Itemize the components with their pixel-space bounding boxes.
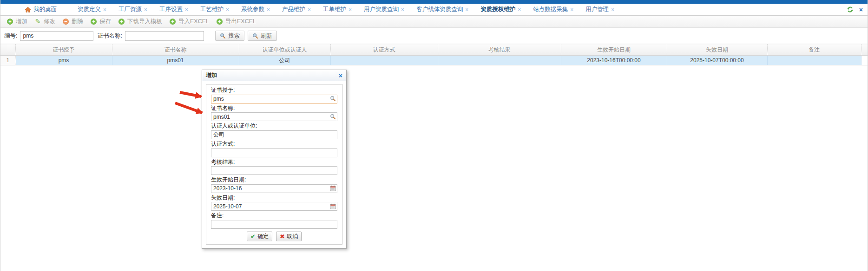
tab-product-maintenance[interactable]: 产品维护 × — [282, 6, 311, 13]
tab-label: 客户线体资质查询 — [416, 6, 463, 13]
tab-factory-resources[interactable]: 工厂资源 × — [118, 6, 147, 13]
col-remark[interactable]: 备注 — [767, 44, 861, 56]
add-button[interactable]: + 增加 — [7, 18, 27, 26]
button-label: 下载导入模板 — [127, 18, 162, 26]
cert-authority-input[interactable] — [211, 130, 337, 139]
search-button[interactable]: 搜索 — [215, 31, 244, 41]
row-number-header — [0, 44, 15, 56]
tab-qualification-authorization-maintenance[interactable]: 资质授权维护 × — [480, 6, 521, 13]
close-icon[interactable]: × — [859, 7, 863, 13]
tab-close-icon[interactable]: × — [226, 7, 229, 12]
button-label: 修改 — [44, 18, 55, 26]
export-excel-button[interactable]: + 导出EXCEL — [217, 18, 256, 26]
plus-circle-icon: + — [217, 19, 223, 25]
edit-button[interactable]: ✎ 修改 — [35, 18, 55, 26]
check-icon: ✔ — [250, 233, 256, 240]
tab-my-desktop[interactable]: 我的桌面 — [25, 6, 57, 13]
tab-close-icon[interactable]: × — [465, 7, 468, 12]
code-input[interactable] — [20, 31, 93, 41]
field-cert-method: 认证方式: — [211, 139, 337, 157]
remark-input[interactable] — [211, 220, 337, 229]
tab-close-icon[interactable]: × — [308, 7, 311, 12]
button-label: 确定 — [257, 232, 269, 240]
field-label: 考核结果: — [211, 157, 337, 166]
tab-close-icon[interactable]: × — [401, 7, 404, 12]
field-expiry-date: 失效日期: — [211, 193, 337, 211]
tab-site-data-collection[interactable]: 站点数据采集 × — [533, 6, 573, 13]
button-label: 导入EXCEL — [178, 18, 209, 26]
dialog-footer: ✔ 确定 ✖ 取消 — [211, 232, 337, 241]
cell-cert-method — [330, 56, 438, 65]
import-excel-button[interactable]: + 导入EXCEL — [170, 18, 209, 26]
tab-workorder-maintenance[interactable]: 工单维护 × — [323, 6, 352, 13]
magnifier-icon[interactable] — [330, 114, 336, 120]
tab-label: 资质定义 — [78, 6, 101, 13]
tab-close-icon[interactable]: × — [611, 7, 614, 12]
assessment-result-input[interactable] — [211, 166, 337, 175]
tab-user-qualification-query[interactable]: 用户资质查询 × — [364, 6, 404, 13]
tab-close-icon[interactable]: × — [185, 7, 188, 12]
tab-system-parameters[interactable]: 系统参数 × — [241, 6, 270, 13]
certificate-table: 证书授予 证书名称 认证单位或认证人 认证方式 考核结果 生效开始日期 失效日期… — [0, 44, 868, 65]
tab-close-icon[interactable]: × — [349, 7, 352, 12]
tab-close-icon[interactable]: × — [267, 7, 270, 12]
refresh-button[interactable]: 刷新 — [248, 31, 277, 41]
field-remark: 备注: — [211, 211, 337, 229]
col-expiry-date[interactable]: 失效日期 — [667, 44, 767, 56]
col-cert-name[interactable]: 证书名称 — [112, 44, 239, 56]
row-number-cell: 1 — [0, 56, 15, 65]
effective-start-date-input[interactable] — [211, 184, 337, 193]
tab-close-icon[interactable]: × — [518, 7, 521, 12]
app-window: 我的桌面 资质定义 × 工厂资源 × 工序设置 × 工艺维护 × 系统参数 × … — [0, 0, 868, 271]
cell-cert-granted-to: pms — [15, 56, 112, 65]
expiry-date-input[interactable] — [211, 202, 337, 211]
tab-label: 工艺维护 — [200, 6, 224, 13]
cert-granted-to-input[interactable] — [211, 95, 337, 103]
calendar-icon[interactable] — [330, 203, 336, 209]
tab-close-icon[interactable]: × — [144, 7, 147, 12]
add-dialog: 增加 × 证书授予: — [202, 70, 347, 249]
cert-name-label: 证书名称: — [97, 32, 122, 40]
cert-name-input[interactable] — [211, 112, 337, 121]
tab-close-icon[interactable]: × — [103, 7, 106, 12]
calendar-icon[interactable] — [330, 185, 336, 191]
tab-user-management[interactable]: 用户管理 × — [585, 6, 614, 13]
field-label: 证书授予: — [211, 85, 337, 94]
col-effective-start-date[interactable]: 生效开始日期 — [561, 44, 667, 56]
col-cert-authority[interactable]: 认证单位或认证人 — [239, 44, 330, 56]
tab-bar: 我的桌面 资质定义 × 工厂资源 × 工序设置 × 工艺维护 × 系统参数 × … — [0, 4, 868, 16]
magnifier-icon[interactable] — [330, 96, 336, 102]
save-button[interactable]: + 保存 — [91, 18, 111, 26]
dialog-fieldset: 证书授予: 证书名称: — [206, 84, 342, 245]
cert-method-input[interactable] — [211, 148, 337, 157]
col-assessment-result[interactable]: 考核结果 — [438, 44, 561, 56]
dialog-close-icon[interactable]: × — [339, 73, 342, 78]
ok-button[interactable]: ✔ 确定 — [247, 232, 272, 241]
tab-label: 用户资质查询 — [364, 6, 399, 13]
tab-qualification-definition[interactable]: 资质定义 × — [78, 6, 106, 13]
tab-customer-line-qualification-query[interactable]: 客户线体资质查询 × — [416, 6, 468, 13]
field-label: 认证人或认证单位: — [211, 121, 337, 130]
tab-close-icon[interactable]: × — [570, 7, 573, 12]
tab-process-step-settings[interactable]: 工序设置 × — [159, 6, 188, 13]
dialog-title: 增加 — [206, 71, 217, 79]
dialog-body: 证书授予: 证书名称: — [202, 81, 346, 248]
refresh-icon[interactable] — [847, 6, 854, 13]
search-bar: 编号: 证书名称: 搜索 刷新 — [0, 28, 868, 44]
field-label: 证书名称: — [211, 103, 337, 112]
button-label: 刷新 — [261, 32, 272, 40]
button-label: 保存 — [99, 18, 111, 26]
cell-assessment-result — [438, 56, 561, 65]
col-cert-method[interactable]: 认证方式 — [330, 44, 438, 56]
col-cert-granted-to[interactable]: 证书授予 — [15, 44, 112, 56]
table-row[interactable]: 1 pms pms01 公司 2023-10-16T00:00:00 2025-… — [0, 56, 868, 65]
button-label: 搜索 — [228, 32, 240, 40]
window-buttons: × — [847, 4, 863, 15]
cert-name-input[interactable] — [125, 31, 204, 41]
dialog-titlebar[interactable]: 增加 × — [202, 70, 346, 81]
cancel-button[interactable]: ✖ 取消 — [276, 232, 302, 241]
home-icon — [25, 6, 31, 13]
download-import-template-button[interactable]: + 下载导入模板 — [118, 18, 162, 26]
tab-craft-maintenance[interactable]: 工艺维护 × — [200, 6, 229, 13]
delete-button[interactable]: − 删除 — [63, 18, 83, 26]
